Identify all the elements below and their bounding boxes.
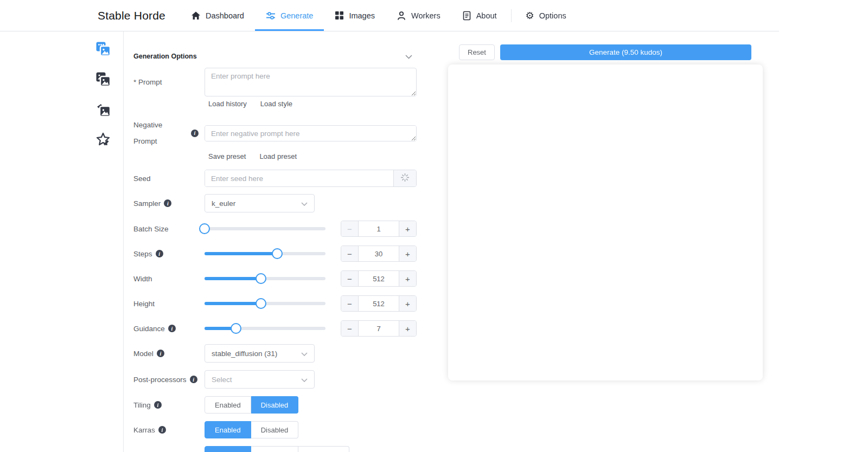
seed-label: Seed — [133, 175, 205, 183]
info-icon[interactable]: i — [168, 325, 176, 332]
save-preset-button[interactable]: Save preset — [208, 152, 246, 160]
increment-button[interactable]: + — [399, 296, 416, 311]
generate-button[interactable]: Generate (9.50 kudos) — [500, 44, 751, 60]
sampler-row: Sampler i k_euler — [133, 194, 417, 212]
guidance-slider[interactable] — [205, 320, 326, 337]
tiling-toggle: Enabled Disabled — [205, 396, 298, 414]
app-title[interactable]: Stable Horde — [98, 9, 165, 22]
height-row: Height − 512 + — [133, 295, 417, 312]
seed-input[interactable] — [205, 170, 393, 186]
width-stepper: − 512 + — [341, 270, 417, 287]
info-icon[interactable]: i — [157, 350, 164, 357]
load-preset-button[interactable]: Load preset — [259, 152, 297, 160]
decrement-button[interactable]: − — [341, 321, 359, 336]
steps-slider[interactable] — [205, 246, 326, 262]
negative-prompt-actions-row: Save preset Load preset — [133, 149, 417, 160]
increment-button[interactable]: + — [399, 221, 416, 236]
generation-options-header[interactable]: Generation Options — [133, 51, 417, 62]
load-history-button[interactable]: Load history — [208, 100, 247, 108]
top-navbar: Stable Horde Dashboard Generate — [0, 0, 779, 31]
karras-disabled-button[interactable]: Disabled — [251, 421, 299, 438]
prompt-input[interactable] — [205, 68, 417, 96]
tiling-disabled-button[interactable]: Disabled — [251, 396, 299, 414]
chevron-down-icon — [301, 348, 308, 358]
slider-handle[interactable] — [256, 273, 266, 284]
width-value[interactable]: 512 — [359, 271, 399, 286]
width-slider[interactable] — [205, 270, 326, 287]
nsfw-disabled-button[interactable]: Disabled — [251, 446, 299, 452]
batch-size-value[interactable]: 1 — [359, 221, 399, 236]
generation-options-title: Generation Options — [133, 53, 197, 60]
karras-toggle: Enabled Disabled — [205, 421, 298, 438]
nav-item-generate[interactable]: Generate — [255, 0, 324, 31]
tiling-row: Tiling i Enabled Disabled — [133, 396, 417, 414]
inpainting-icon — [95, 110, 111, 119]
info-icon[interactable]: i — [191, 130, 199, 137]
guidance-row: Guidance i − 7 + — [133, 320, 417, 337]
width-label: Width — [133, 275, 205, 283]
negative-prompt-input[interactable] — [205, 125, 417, 141]
nav-item-dashboard[interactable]: Dashboard — [180, 0, 255, 31]
actions-row: Reset Generate (9.50 kudos) — [448, 44, 763, 60]
increment-button[interactable]: + — [399, 321, 416, 336]
sidebar-item-image-to-image[interactable] — [95, 71, 111, 87]
increment-button[interactable]: + — [399, 246, 416, 261]
sidebar-item-inpainting[interactable] — [95, 101, 111, 118]
height-value[interactable]: 512 — [359, 296, 399, 311]
decrement-button[interactable]: − — [341, 296, 359, 311]
slider-handle[interactable] — [231, 323, 241, 334]
increment-button[interactable]: + — [399, 271, 416, 286]
slider-handle[interactable] — [272, 248, 283, 259]
nsfw-row: NSFW Enabled Disabled Censored — [133, 446, 417, 452]
tiling-enabled-button[interactable]: Enabled — [205, 396, 251, 414]
info-icon[interactable]: i — [158, 426, 166, 434]
negative-prompt-control — [205, 125, 417, 141]
post-processors-select[interactable]: Select — [205, 370, 315, 389]
info-icon[interactable]: i — [164, 199, 171, 207]
nav-item-about[interactable]: About — [451, 0, 508, 31]
sampler-select[interactable]: k_euler — [205, 194, 315, 212]
karras-label: Karras — [133, 426, 155, 434]
slider-handle[interactable] — [199, 223, 210, 234]
home-icon — [191, 11, 201, 21]
nsfw-censored-button[interactable]: Censored — [298, 446, 349, 452]
post-processors-label: Post-processors — [133, 376, 187, 384]
output-column: Reset Generate (9.50 kudos) — [448, 31, 763, 452]
gear-icon: ⚙ — [526, 11, 534, 21]
nav-item-label: Options — [539, 11, 566, 20]
model-row: Model i stable_diffusion (31) — [133, 344, 417, 363]
img2img-icon — [95, 80, 111, 89]
load-style-button[interactable]: Load style — [260, 100, 292, 108]
decrement-button[interactable]: − — [341, 246, 359, 261]
batch-size-slider[interactable] — [205, 221, 326, 237]
steps-value[interactable]: 30 — [359, 246, 399, 261]
negative-prompt-row: Negative Prompt i — [133, 117, 417, 149]
nav-item-label: About — [476, 11, 497, 20]
batch-size-label: Batch Size — [133, 225, 205, 233]
prompt-row: * Prompt — [133, 68, 417, 96]
nav-item-workers[interactable]: Workers — [386, 0, 451, 31]
sidebar-item-text-to-image[interactable] — [95, 41, 111, 57]
info-icon[interactable]: i — [190, 376, 197, 383]
nsfw-enabled-button[interactable]: Enabled — [205, 446, 251, 452]
randomize-seed-button[interactable] — [393, 170, 416, 186]
slider-handle[interactable] — [256, 298, 266, 309]
guidance-label: Guidance — [133, 325, 165, 333]
guidance-value[interactable]: 7 — [359, 321, 399, 336]
info-icon[interactable]: i — [154, 401, 162, 409]
info-icon[interactable]: i — [156, 250, 163, 257]
steps-row: Steps i − 30 + — [133, 246, 417, 262]
model-select[interactable]: stable_diffusion (31) — [205, 344, 315, 363]
reset-button[interactable]: Reset — [459, 44, 495, 60]
karras-enabled-button[interactable]: Enabled — [205, 421, 251, 438]
decrement-button[interactable]: − — [341, 221, 359, 236]
prompt-control — [205, 68, 417, 96]
sidebar-item-rate-images[interactable] — [95, 132, 111, 148]
nav-item-images[interactable]: Images — [324, 0, 386, 31]
stable-horde-app: Stable Horde Dashboard Generate — [0, 0, 868, 452]
steps-stepper: − 30 + — [341, 246, 417, 262]
decrement-button[interactable]: − — [341, 271, 359, 286]
height-label: Height — [133, 300, 205, 308]
height-slider[interactable] — [205, 295, 326, 312]
nav-item-options[interactable]: ⚙ Options — [515, 0, 577, 31]
